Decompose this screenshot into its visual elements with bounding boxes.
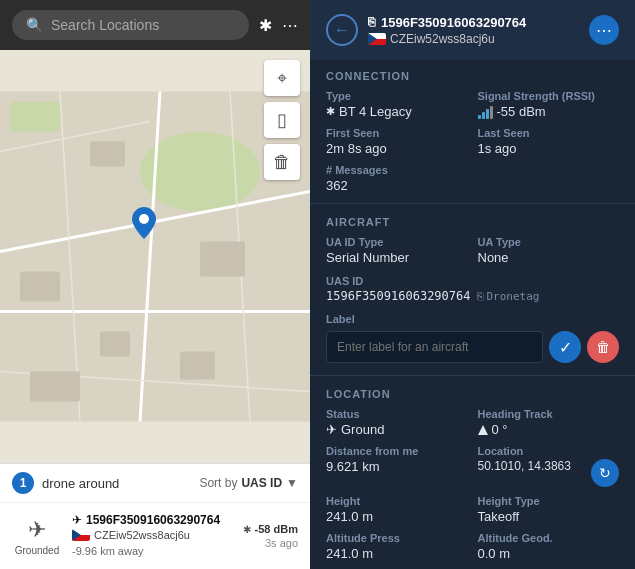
drone-signal-section: ✱ -58 dBm 3s ago (243, 523, 298, 549)
location-refresh-button[interactable]: ↻ (591, 459, 619, 487)
dronetag-badge: ⎘ Dronetag (477, 290, 540, 303)
type-label: Type (326, 90, 468, 102)
first-seen-value: 2m 8s ago (326, 141, 468, 156)
last-seen-value: 1s ago (478, 141, 620, 156)
distance-label: Distance from me (326, 445, 468, 457)
search-input[interactable] (51, 17, 235, 33)
heading-indicator (478, 425, 488, 435)
drone-distance: -9.96 km away (72, 545, 144, 557)
back-button[interactable]: ← (326, 14, 358, 46)
signal-value: -55 dBm (478, 104, 620, 119)
signal-label: Signal Strength (RSSI) (478, 90, 620, 102)
uas-id-section: UAS ID 1596F350916063290764 ⎘ Dronetag (310, 273, 635, 309)
status-cell: Status ✈ Ground (326, 408, 468, 437)
location-section-label: LOCATION (310, 378, 635, 404)
label-confirm-button[interactable]: ✓ (549, 331, 581, 363)
location-section: LOCATION Status ✈ Ground Heading Track 0… (310, 378, 635, 569)
layers-button[interactable]: ▯ (264, 102, 300, 138)
connection-section-label: CONNECTION (310, 60, 635, 86)
search-bar: 🔍 ✱ ⋯ (0, 0, 310, 50)
svg-rect-12 (200, 242, 245, 277)
search-container[interactable]: 🔍 (12, 10, 249, 40)
locate-button[interactable]: ⌖ (264, 60, 300, 96)
label-section: Label ✓ 🗑 (310, 309, 635, 373)
map-controls: ⌖ ▯ 🗑 (264, 60, 300, 180)
aircraft-section: AIRCRAFT UA ID Type Serial Number UA Typ… (310, 206, 635, 373)
svg-rect-2 (10, 102, 60, 132)
drone-count-badge: 1 (12, 472, 34, 494)
drone-marker[interactable] (130, 205, 158, 241)
wifi-small-icon: ⎘ (477, 290, 484, 303)
sort-by-label: Sort by (199, 476, 237, 490)
label-input[interactable] (326, 331, 543, 363)
svg-point-16 (139, 214, 149, 224)
ua-type-label: UA Type (478, 236, 620, 248)
heading-value: 0 ° (478, 422, 620, 437)
detail-more-button[interactable]: ⋯ (589, 15, 619, 45)
label-field-label: Label (326, 313, 619, 325)
drone-status-section: ✈ Grounded (12, 517, 62, 556)
alt-geod-label: Altitude Geod. (478, 532, 620, 544)
sort-chevron-icon[interactable]: ▼ (286, 476, 298, 490)
svg-rect-10 (20, 272, 60, 302)
location-grid: Status ✈ Ground Heading Track 0 ° Distan… (310, 404, 635, 569)
drone-list-header: 1 drone around Sort by UAS ID ▼ (0, 463, 310, 502)
more-options-icon[interactable]: ⋯ (282, 16, 298, 35)
location-value-row: 50.1010, 14.3863 ↻ (478, 459, 620, 487)
drone-icon: ✈ (28, 517, 46, 543)
height-type-value: Takeoff (478, 509, 620, 524)
connection-grid: Type ✱ BT 4 Legacy Signal Strength (RSSI… (310, 86, 635, 201)
alt-geod-cell: Altitude Geod. 0.0 m (478, 532, 620, 561)
svg-rect-11 (100, 332, 130, 357)
uas-id-value: 1596F350916063290764 (326, 289, 471, 303)
bluetooth-type-icon: ✱ (326, 105, 335, 118)
messages-label: # Messages (326, 164, 468, 176)
first-seen-cell: First Seen 2m 8s ago (326, 127, 468, 156)
map-area[interactable]: ⌖ ▯ 🗑 (0, 50, 310, 463)
drone-info: ✈ 1596F350916063290764 CZEiw52wss8acj6u … (72, 513, 233, 559)
height-value: 241.0 m (326, 509, 468, 524)
type-cell: Type ✱ BT 4 Legacy (326, 90, 468, 119)
height-type-cell: Height Type Takeoff (478, 495, 620, 524)
delete-button[interactable]: 🗑 (264, 144, 300, 180)
detail-sub-id: CZEiw52wss8acj6u (390, 32, 495, 46)
drone-type-icon: ✈ (72, 513, 82, 527)
aircraft-grid: UA ID Type Serial Number UA Type None (310, 232, 635, 273)
drone-sub-id: CZEiw52wss8acj6u (94, 529, 190, 541)
alt-geod-value: 0.0 m (478, 546, 620, 561)
height-label: Height (326, 495, 468, 507)
drone-list-item[interactable]: ✈ Grounded ✈ 1596F350916063290764 CZEiw5… (0, 502, 310, 569)
aircraft-section-label: AIRCRAFT (310, 206, 635, 232)
detail-main-id: 1596F350916063290764 (381, 15, 526, 30)
first-seen-label: First Seen (326, 127, 468, 139)
alt-press-cell: Altitude Press 241.0 m (326, 532, 468, 561)
ua-id-type-label: UA ID Type (326, 236, 468, 248)
alt-press-value: 241.0 m (326, 546, 468, 561)
detail-header: ← ⎘ 1596F350916063290764 CZEiw52wss8acj6… (310, 0, 635, 60)
distance-cell: Distance from me 9.621 km (326, 445, 468, 487)
drone-around-label: drone around (42, 476, 119, 491)
arrow-up-icon (478, 425, 488, 435)
messages-value: 362 (326, 178, 468, 193)
height-cell: Height 241.0 m (326, 495, 468, 524)
uas-id-row: 1596F350916063290764 ⎘ Dronetag (326, 289, 619, 303)
right-panel: ← ⎘ 1596F350916063290764 CZEiw52wss8acj6… (310, 0, 635, 569)
detail-title: ⎘ 1596F350916063290764 CZEiw52wss8acj6u (368, 15, 579, 46)
bluetooth-icon[interactable]: ✱ (259, 16, 272, 35)
flag-cz (72, 529, 90, 541)
location-value: 50.1010, 14.3863 (478, 459, 571, 473)
ua-id-type-cell: UA ID Type Serial Number (326, 236, 468, 265)
sort-section[interactable]: Sort by UAS ID ▼ (199, 476, 298, 490)
status-label: Status (326, 408, 468, 420)
sort-by-value: UAS ID (241, 476, 282, 490)
bluetooth-indicator: ✱ (243, 524, 251, 535)
drone-time: 3s ago (243, 537, 298, 549)
status-value: ✈ Ground (326, 422, 468, 437)
detail-title-sub: CZEiw52wss8acj6u (368, 32, 579, 46)
label-delete-button[interactable]: 🗑 (587, 331, 619, 363)
last-seen-cell: Last Seen 1s ago (478, 127, 620, 156)
drone-flag-row: ✈ 1596F350916063290764 (72, 513, 233, 527)
location-cell: Location 50.1010, 14.3863 ↻ (478, 445, 620, 487)
ua-type-cell: UA Type None (478, 236, 620, 265)
svg-rect-14 (180, 352, 215, 380)
